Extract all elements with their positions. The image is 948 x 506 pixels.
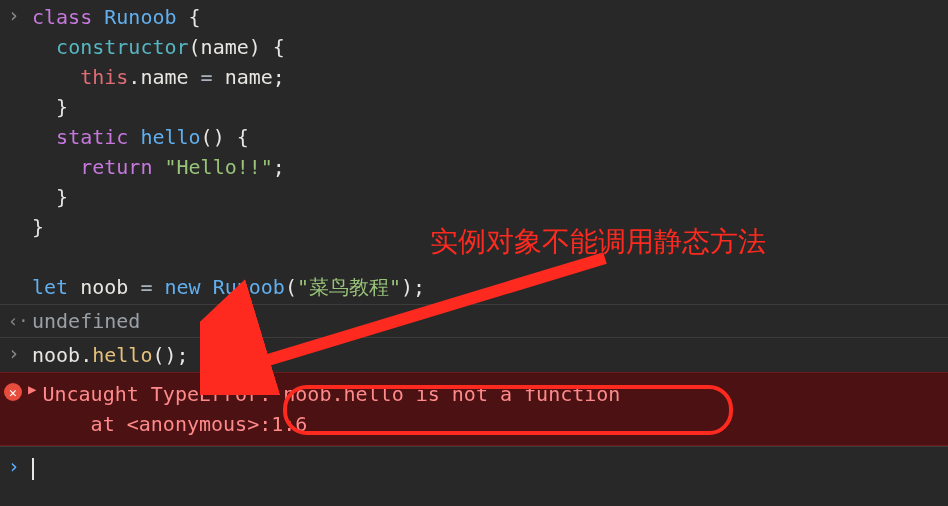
method-call: hello (92, 343, 152, 367)
prompt-chevron-icon: › (8, 340, 32, 364)
equals: = (128, 275, 164, 299)
error-icon: ✕ (4, 383, 22, 401)
class-ref: Runoob (213, 275, 285, 299)
code-line: noob.hello(); (32, 340, 940, 370)
call-paren: (); (152, 343, 188, 367)
code-block: class Runoob { constructor(name) { this.… (32, 2, 940, 302)
equals: = (189, 65, 225, 89)
console-input-row[interactable]: › noob.hello(); (0, 338, 948, 372)
dot: . (80, 343, 92, 367)
prompt-chevron-icon: › (8, 2, 32, 26)
class-name: Runoob (104, 5, 176, 29)
prompt-chevron-icon: › (8, 453, 32, 477)
return-keyword: return (80, 155, 152, 179)
brace: { (177, 5, 201, 29)
paren-close: ); (401, 275, 425, 299)
console-output-row: ‹· undefined (0, 304, 948, 338)
var-name: noob (80, 275, 128, 299)
keyword-class: class (32, 5, 92, 29)
dot: . (128, 65, 140, 89)
rhs: name (225, 65, 273, 89)
error-line-2: at <anonymous>:1:6 (42, 412, 307, 436)
close-brace: } (32, 215, 44, 239)
constructor-keyword: constructor (56, 35, 188, 59)
paren-open: ( (285, 275, 297, 299)
error-line-1: Uncaught TypeError: noob.hello is not a … (42, 382, 620, 406)
obj-ref: noob (32, 343, 80, 367)
console-error-row[interactable]: ✕ ▶ Uncaught TypeError: noob.hello is no… (0, 372, 948, 446)
params: (name) { (189, 35, 285, 59)
semi: ; (273, 155, 285, 179)
error-message: Uncaught TypeError: noob.hello is not a … (42, 379, 620, 439)
console-input-row[interactable]: › (0, 446, 948, 485)
close-brace: } (56, 185, 68, 209)
paren: () { (201, 125, 249, 149)
method-name: hello (140, 125, 200, 149)
input-cursor-area[interactable] (32, 453, 940, 483)
this-keyword: this (80, 65, 128, 89)
semi: ; (273, 65, 285, 89)
string-literal: "Hello!!" (164, 155, 272, 179)
close-brace: } (56, 95, 68, 119)
cursor (32, 458, 34, 480)
output-chevron-icon: ‹· (8, 311, 32, 331)
expand-triangle-icon[interactable]: ▶ (28, 381, 36, 397)
prop: name (140, 65, 188, 89)
console-input-row[interactable]: › class Runoob { constructor(name) { thi… (0, 0, 948, 304)
new-keyword: new (164, 275, 200, 299)
string-arg: "菜鸟教程" (297, 275, 401, 299)
output-value: undefined (32, 309, 140, 333)
static-keyword: static (56, 125, 128, 149)
let-keyword: let (32, 275, 68, 299)
